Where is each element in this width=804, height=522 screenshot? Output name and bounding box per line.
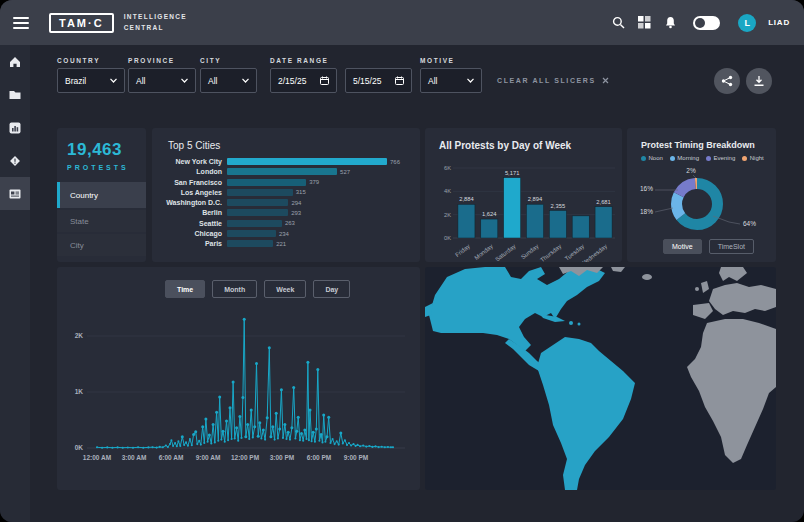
timeline-line[interactable] <box>97 319 393 448</box>
svg-text:3:00 PM: 3:00 PM <box>270 454 295 461</box>
notifications-bell-icon[interactable] <box>663 16 677 30</box>
apps-grid-icon[interactable] <box>637 16 651 30</box>
city-bar[interactable] <box>227 240 273 247</box>
city-bar-row[interactable]: Berlin293 <box>160 209 414 216</box>
sidebar-item-analytics[interactable] <box>0 111 30 144</box>
theme-toggle[interactable] <box>693 16 720 30</box>
date-to-input[interactable]: 5/15/25 <box>345 68 412 93</box>
legend-dot <box>670 156 675 161</box>
timing-breakdown-title: Protest Timing Breakdown <box>627 128 776 150</box>
city-bar-row[interactable]: Paris221 <box>160 240 414 247</box>
svg-text:6:00 AM: 6:00 AM <box>159 454 184 461</box>
moon-icon <box>695 18 705 28</box>
city-bar-row[interactable]: San Francisco379 <box>160 179 414 186</box>
motive-button[interactable]: Motive <box>663 239 702 254</box>
tab-state[interactable]: State <box>57 210 146 232</box>
share-button[interactable] <box>714 68 740 94</box>
svg-text:0K: 0K <box>444 235 451 241</box>
dow-bar[interactable] <box>527 204 544 238</box>
home-icon <box>8 55 22 69</box>
city-bar[interactable] <box>227 189 293 196</box>
svg-text:2,681: 2,681 <box>596 199 611 205</box>
city-bar[interactable] <box>227 220 282 227</box>
city-bar-row[interactable]: Seattle263 <box>160 220 414 227</box>
province-select[interactable]: All <box>128 68 196 93</box>
city-bar[interactable] <box>227 179 306 186</box>
download-button[interactable] <box>746 68 772 94</box>
map-region-south-america <box>537 337 635 490</box>
city-filter-label: CITY <box>200 57 221 64</box>
city-label: London <box>160 168 227 175</box>
calendar-icon <box>395 76 404 85</box>
day-of-week-card: All Protests by Day of Week 0K2K4K6K2,88… <box>425 128 622 262</box>
country-filter-label: COUNTRY <box>57 57 100 64</box>
svg-text:Thursday: Thursday <box>539 243 562 262</box>
dow-bar[interactable] <box>549 211 566 238</box>
world-map[interactable] <box>425 267 776 490</box>
timeslot-button[interactable]: TimeSlot <box>709 239 754 254</box>
legend-item-noon: Noon <box>641 155 663 161</box>
svg-text:Sunday: Sunday <box>520 243 540 260</box>
kpi-value: 19,463 <box>67 140 146 160</box>
city-label: San Francisco <box>160 179 227 186</box>
svg-text:12:00 PM: 12:00 PM <box>231 454 259 461</box>
dow-bar[interactable] <box>504 178 521 238</box>
date-from-input[interactable]: 2/15/25 <box>270 68 337 93</box>
sidebar-item-alerts[interactable] <box>0 144 30 177</box>
svg-text:Wednesday: Wednesday <box>580 243 609 262</box>
city-select[interactable]: All <box>200 68 257 93</box>
legend-dot <box>706 156 711 161</box>
search-icon[interactable] <box>611 16 625 30</box>
sidebar-item-reports[interactable] <box>0 177 30 210</box>
date-range-label: DATE RANGE <box>270 57 329 64</box>
city-bar-row[interactable]: Los Angeles315 <box>160 189 414 196</box>
city-bar[interactable] <box>227 230 276 237</box>
svg-text:6K: 6K <box>444 165 451 171</box>
tab-city[interactable]: City <box>57 234 146 256</box>
sidebar <box>0 45 30 522</box>
city-bar[interactable] <box>227 209 288 216</box>
map-region-europe <box>709 283 776 315</box>
city-bar[interactable] <box>227 168 337 175</box>
app-subtitle: INTELLIGENCE CENTRAL <box>124 12 187 33</box>
menu-icon[interactable] <box>13 14 29 32</box>
timing-donut-chart[interactable]: 64%18%16%2% <box>627 164 776 238</box>
dow-bar[interactable] <box>572 216 589 238</box>
donut-buttons: Motive TimeSlot <box>663 239 754 254</box>
city-bar-row[interactable]: Chicago234 <box>160 230 414 237</box>
avatar[interactable]: L <box>738 14 756 32</box>
top-cities-title: Top 5 Cities <box>152 128 420 151</box>
sidebar-item-files[interactable] <box>0 78 30 111</box>
sidebar-item-home[interactable] <box>0 45 30 78</box>
day-of-week-chart[interactable]: 0K2K4K6K2,884Friday1,624Monday5,171Satur… <box>425 154 622 262</box>
top-cities-card: Top 5 Cities New York City766London527Sa… <box>152 128 420 262</box>
legend-item-evening: Evening <box>706 155 735 161</box>
clear-all-slicers-button[interactable]: CLEAR ALL SLICERS <box>497 77 609 84</box>
topbar-actions: L LIAD <box>611 14 804 32</box>
city-bar-row[interactable]: Washington D.C.294 <box>160 199 414 206</box>
city-bar-row[interactable]: London527 <box>160 168 414 175</box>
tab-country[interactable]: Country <box>57 182 146 208</box>
city-bar-row[interactable]: New York City766 <box>160 158 414 165</box>
top-cities-rows: New York City766London527San Francisco37… <box>160 158 414 251</box>
city-label: Paris <box>160 240 227 247</box>
dow-bar[interactable] <box>458 204 475 238</box>
date-to-value: 5/15/25 <box>353 76 381 86</box>
map-region-iceland <box>642 274 652 280</box>
city-select-value: All <box>208 76 217 86</box>
svg-text:2%: 2% <box>686 167 696 174</box>
country-select[interactable]: Brazil <box>57 68 125 93</box>
dow-bar[interactable] <box>595 207 612 238</box>
city-bar[interactable] <box>227 199 288 206</box>
svg-text:2K: 2K <box>444 212 451 218</box>
donut-legend: Noon Morning Evening Night <box>641 155 764 161</box>
city-value: 527 <box>340 169 350 175</box>
chevron-down-icon <box>467 78 474 83</box>
app-logo: TAM·C <box>49 13 114 33</box>
timeline-chart[interactable]: 0K1K2K12:00 AM3:00 AM6:00 AM9:00 AM12:00… <box>57 267 420 490</box>
dow-bar[interactable] <box>481 219 498 238</box>
kpi-card: 19,463 PROTESTS Country State City <box>57 128 146 262</box>
motive-select[interactable]: All <box>420 68 482 93</box>
dashboard-window: TAM·C INTELLIGENCE CENTRAL L LIAD <box>0 0 804 522</box>
city-bar[interactable] <box>227 158 387 165</box>
